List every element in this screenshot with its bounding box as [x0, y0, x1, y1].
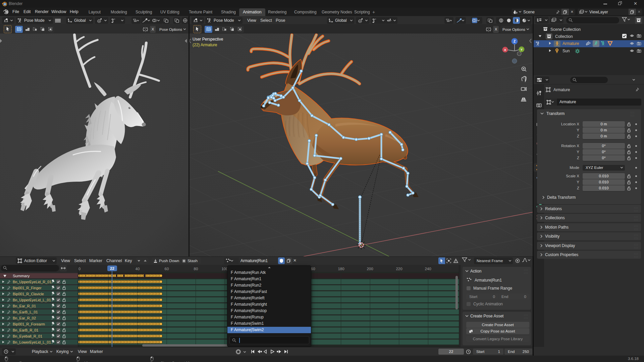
svg-text:Bn_UpperEyeLid_L_01: Bn_UpperEyeLid_L_01 — [13, 298, 51, 302]
svg-text:X: X — [504, 48, 506, 52]
svg-text:240: 240 — [425, 267, 431, 271]
svg-text:80: 80 — [194, 267, 198, 271]
svg-text:Summary: Summary — [13, 274, 30, 278]
svg-text:Bip001_R_Finger: Bip001_R_Finger — [13, 286, 42, 290]
svg-text:Bn_EarB_R_01: Bn_EarB_R_01 — [13, 328, 38, 332]
svg-text:22: 22 — [110, 266, 114, 270]
svg-text:Bip001_R_Clavicle: Bip001_R_Clavicle — [13, 292, 44, 296]
svg-text:Bn_EarB_L_01: Bn_EarB_L_01 — [13, 310, 38, 314]
svg-text:40: 40 — [136, 267, 140, 271]
svg-text:Bn_UpperEyeLid_R_01: Bn_UpperEyeLid_R_01 — [13, 280, 52, 284]
svg-text:200: 200 — [367, 267, 373, 271]
svg-text:Bn_Ear_R_02: Bn_Ear_R_02 — [13, 316, 36, 320]
svg-text:User Perspective: User Perspective — [193, 37, 223, 42]
svg-text:180: 180 — [338, 267, 344, 271]
svg-text:Y: Y — [521, 48, 523, 51]
svg-text:Bip001_R_Forearm: Bip001_R_Forearm — [13, 322, 45, 326]
svg-text:(22) Armature: (22) Armature — [193, 43, 217, 47]
svg-text:Bn_Ear_R_01: Bn_Ear_R_01 — [13, 304, 36, 308]
svg-text:Bn_LowerEyeLid_L_01: Bn_LowerEyeLid_L_01 — [13, 340, 51, 344]
svg-text:Bn_Eyeball_R_01: Bn_Eyeball_R_01 — [13, 334, 42, 338]
svg-text:Z: Z — [514, 40, 516, 43]
svg-text:220: 220 — [396, 267, 402, 271]
svg-text:60: 60 — [165, 267, 169, 271]
svg-text:0: 0 — [78, 267, 80, 271]
